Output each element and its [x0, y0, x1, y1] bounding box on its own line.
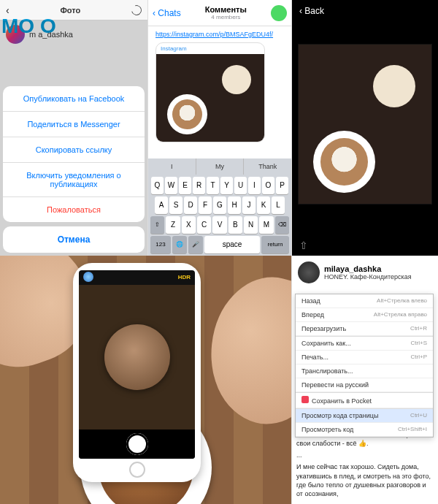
key-w[interactable]: W — [165, 177, 177, 194]
ctx-item[interactable]: Сохранить как...Ctrl+S — [296, 337, 433, 351]
key-d[interactable]: D — [184, 196, 197, 214]
backspace-key[interactable]: ⌫ — [275, 216, 289, 234]
ctx-item[interactable]: Перевести на русский — [296, 378, 433, 392]
hdr-label[interactable]: HDR — [178, 274, 191, 280]
key-j[interactable]: J — [242, 196, 256, 214]
shutter-button[interactable] — [126, 433, 148, 455]
chat-body: https://instagram.com/p/BMSAFgEDU4f/ Ins… — [148, 26, 291, 159]
post-user-row[interactable]: milaya_dashka HONEY. Кафе-Кондитерская — [292, 256, 438, 289]
key-p[interactable]: P — [276, 177, 288, 194]
share-icon[interactable]: ⇧ — [299, 240, 308, 251]
camera-preview — [79, 285, 195, 429]
key-n[interactable]: N — [244, 216, 258, 234]
keyboard-suggestions: I My Thank — [148, 159, 291, 175]
key-v[interactable]: V — [212, 216, 226, 234]
key-h[interactable]: H — [228, 196, 241, 214]
header-title: Фото — [60, 6, 80, 15]
mic-key-icon[interactable]: 🎤 — [188, 236, 203, 253]
ctx-item[interactable]: НазадAlt+Стрелка влево — [296, 294, 433, 308]
action-enable-notifications[interactable]: Включить уведомления о публикациях — [3, 163, 145, 197]
ctx-item[interactable]: Сохранить в Pocket — [296, 393, 433, 408]
preview-image — [156, 54, 264, 142]
home-button[interactable] — [129, 462, 145, 478]
camera-phone-photo: HDR — [0, 256, 292, 504]
suggestion[interactable]: My — [196, 159, 245, 175]
key-q[interactable]: Q — [151, 177, 164, 194]
back-button[interactable]: ‹ Chats — [153, 8, 181, 18]
key-b[interactable]: B — [228, 216, 242, 234]
space-key[interactable]: space — [204, 236, 260, 253]
chat-header: ‹ Chats Комменты 4 members — [148, 0, 291, 26]
ctx-item[interactable]: Транслировать... — [296, 364, 433, 378]
image-viewer-panel: ‹ Back ⇧ — [292, 0, 438, 256]
key-s[interactable]: S — [169, 196, 182, 214]
back-chevron-icon[interactable]: ‹ — [6, 4, 9, 16]
latte-cup-icon — [167, 94, 207, 134]
ctx-item[interactable]: Просмотреть кодCtrl+Shift+I — [296, 423, 433, 437]
flash-icon[interactable] — [83, 272, 93, 282]
key-k[interactable]: K — [257, 196, 270, 214]
post-username: milaya_dashka — [324, 264, 412, 273]
action-report[interactable]: Пожаловаться — [3, 197, 145, 222]
globe-key-icon[interactable]: 🌐 — [172, 236, 187, 253]
suggestion[interactable]: I — [148, 159, 196, 175]
shift-key[interactable]: ⇧ — [150, 216, 164, 234]
key-t[interactable]: T — [207, 177, 219, 194]
ctx-item[interactable]: ВпередAlt+Стрелка вправо — [296, 308, 433, 322]
key-z[interactable]: Z — [166, 216, 180, 234]
iphone-mockup: HDR — [73, 263, 201, 482]
action-publish-facebook[interactable]: Опубликовать на Facebook — [3, 86, 145, 112]
action-share-messenger[interactable]: Поделиться в Messenger — [3, 112, 145, 137]
action-cancel[interactable]: Отмена — [3, 226, 145, 253]
key-a[interactable]: A — [155, 196, 168, 214]
key-e[interactable]: E — [179, 177, 191, 194]
key-u[interactable]: U — [234, 177, 247, 194]
key-g[interactable]: G — [213, 196, 226, 214]
ctx-item[interactable]: Просмотр кода страницыCtrl+U — [296, 409, 433, 423]
photo-header: ‹ Фото — [0, 0, 147, 20]
chat-title: Комменты — [181, 5, 271, 14]
browser-contextmenu-panel: milaya_dashka HONEY. Кафе-Кондитерская Н… — [292, 256, 438, 504]
key-r[interactable]: R — [193, 177, 205, 194]
link-message[interactable]: https://instagram.com/p/BMSAFgEDU4f/ — [151, 29, 288, 39]
key-f[interactable]: F — [199, 196, 212, 214]
key-i[interactable]: I — [248, 177, 261, 194]
return-key[interactable]: return — [261, 236, 289, 253]
context-menu: НазадAlt+Стрелка влевоВпередAlt+Стрелка … — [295, 294, 434, 438]
key-x[interactable]: X — [182, 216, 196, 234]
fullscreen-image[interactable] — [298, 44, 432, 205]
ctx-item[interactable]: ПерезагрузитьCtrl+R — [296, 322, 433, 336]
pocket-icon — [301, 396, 309, 403]
telegram-chat-panel: ‹ Chats Комменты 4 members https://insta… — [148, 0, 292, 256]
suggestion[interactable]: Thank — [244, 159, 291, 175]
back-button[interactable]: ‹ Back — [292, 0, 438, 22]
latte-cup-icon — [313, 131, 375, 193]
instagram-preview-card[interactable]: Instagram — [155, 42, 265, 142]
ctx-item[interactable]: Печать...Ctrl+P — [296, 351, 433, 364]
numeric-key[interactable]: 123 — [150, 236, 171, 253]
instagram-actionsheet-panel: ‹ Фото m a_dashka MO O Опубликовать на F… — [0, 0, 148, 256]
action-copy-link[interactable]: Скопировать ссылку — [3, 137, 145, 163]
key-y[interactable]: Y — [220, 177, 233, 194]
avatar — [298, 261, 320, 283]
coffee-preview — [104, 324, 170, 390]
camera-screen: HDR — [79, 270, 195, 459]
ios-keyboard: QWERTYUIOP ASDFGHJKL ⇧ ZXCVBNM ⌫ 123 🌐 🎤… — [148, 175, 291, 256]
action-sheet: Опубликовать на Facebook Поделиться в Me… — [3, 86, 145, 253]
key-l[interactable]: L — [272, 196, 285, 214]
key-o[interactable]: O — [262, 177, 274, 194]
chat-avatar[interactable] — [271, 5, 287, 21]
key-m[interactable]: M — [259, 216, 273, 234]
key-c[interactable]: C — [197, 216, 211, 234]
instagram-badge: Instagram — [156, 43, 264, 54]
chat-subtitle: 4 members — [181, 14, 271, 20]
refresh-icon[interactable] — [129, 3, 143, 17]
macaron-plate-icon — [222, 65, 251, 94]
macaron-plate-icon — [373, 65, 415, 107]
post-location: HONEY. Кафе-Кондитерская — [324, 273, 412, 280]
